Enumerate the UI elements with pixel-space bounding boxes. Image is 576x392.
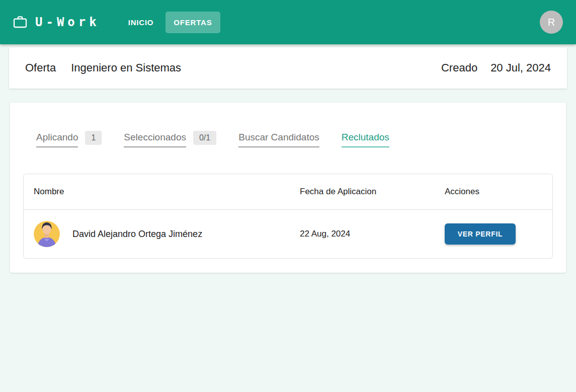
main-nav: INICIO OFERTAS [120, 12, 220, 33]
column-header-acciones: Acciones [445, 187, 542, 197]
ver-perfil-button[interactable]: VER PERFIL [445, 223, 516, 245]
offer-bar: Oferta Ingeniero en Sistemas Creado 20 J… [9, 47, 567, 89]
app-header: U-Work INICIO OFERTAS R [0, 0, 576, 44]
offer-title: Ingeniero en Sistemas [71, 61, 181, 74]
candidate-tabs: Aplicando 1 Seleccionados 0/1 Buscar Can… [36, 131, 553, 148]
tab-seleccionados[interactable]: Seleccionados 0/1 [124, 131, 216, 148]
recruited-table: Nombre Fecha de Aplicacion Acciones Davi… [23, 174, 553, 259]
tab-buscar-candidatos[interactable]: Buscar Candidatos [238, 132, 319, 147]
table-header: Nombre Fecha de Aplicacion Acciones [24, 174, 552, 210]
briefcase-icon [12, 14, 28, 30]
user-avatar-initial: R [548, 17, 555, 28]
nav-item-inicio[interactable]: INICIO [120, 12, 162, 33]
tab-seleccionados-label: Seleccionados [124, 132, 186, 147]
candidate-name-cell: David Alejandro Ortega Jiménez [34, 221, 300, 247]
created-date: 20 Jul, 2024 [490, 61, 551, 74]
offer-label: Oferta [25, 61, 56, 74]
tab-buscar-candidatos-label: Buscar Candidatos [238, 132, 319, 147]
candidate-name: David Alejandro Ortega Jiménez [72, 229, 202, 240]
tab-aplicando-badge: 1 [85, 131, 102, 145]
actions-cell: VER PERFIL [445, 223, 542, 245]
tab-reclutados[interactable]: Reclutados [342, 132, 389, 147]
brand-logo[interactable]: U-Work [12, 14, 100, 30]
candidates-card: Aplicando 1 Seleccionados 0/1 Buscar Can… [10, 103, 566, 273]
table-row: David Alejandro Ortega Jiménez 22 Aug, 2… [24, 210, 552, 258]
tab-aplicando[interactable]: Aplicando 1 [36, 131, 102, 148]
tab-seleccionados-badge: 0/1 [193, 131, 216, 145]
tab-aplicando-label: Aplicando [36, 132, 78, 147]
application-date: 22 Aug, 2024 [300, 229, 445, 239]
brand-name: U-Work [35, 15, 100, 29]
offer-created: Creado 20 Jul, 2024 [441, 61, 551, 74]
nav-item-ofertas[interactable]: OFERTAS [166, 12, 220, 33]
created-label: Creado [441, 61, 477, 74]
candidate-avatar [34, 221, 60, 247]
user-avatar[interactable]: R [540, 11, 563, 34]
tab-reclutados-label: Reclutados [342, 132, 389, 147]
column-header-nombre: Nombre [34, 187, 300, 197]
column-header-fecha: Fecha de Aplicacion [300, 187, 445, 197]
